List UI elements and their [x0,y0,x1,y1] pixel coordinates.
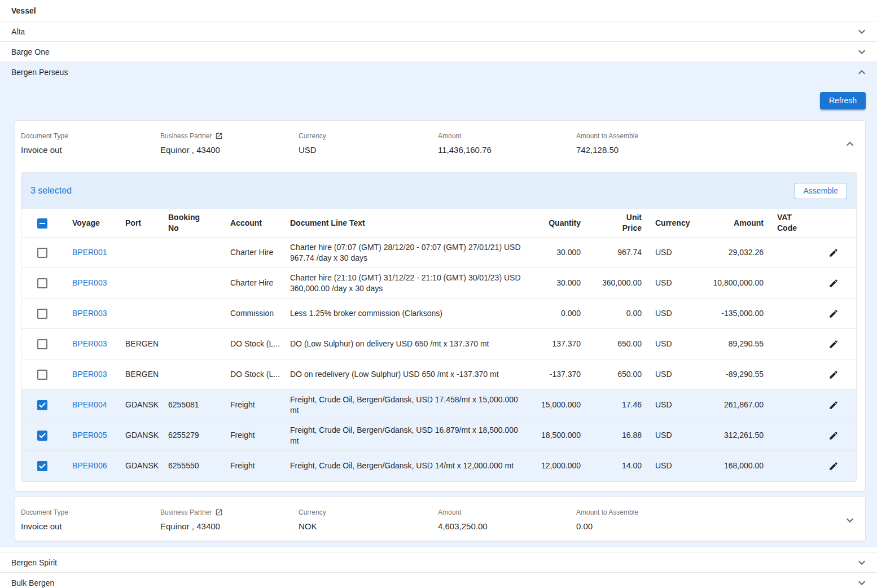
column-header-amount: Amount [697,209,770,238]
table-row[interactable]: BPER004 GDANSK 6255081 Freight Freight, … [21,390,856,420]
column-header-quantity: Quantity [534,209,587,238]
table-row[interactable]: BPER003 BERGEN DO Stock (L... DO on rede… [21,359,856,390]
table-header-row: Voyage Port Booking No Account Document … [21,209,856,238]
field-value: USD [299,145,438,155]
table-row[interactable]: BPER006 GDANSK 6255550 Freight Freight, … [21,451,856,481]
field-amount-to-assemble: Amount to Assemble 0.00 [576,508,841,532]
cell-vat-code [770,238,811,268]
cell-account: Commission [223,299,283,329]
document-card-nok: Document Type Invoice out Business Partn… [15,497,866,541]
voyage-link[interactable]: BPER003 [72,370,107,379]
voyage-link[interactable]: BPER001 [72,248,107,257]
accordion-bergen-perseus: Bergen Perseus Refresh Document Type Inv… [0,62,877,547]
voyage-link[interactable]: BPER005 [72,431,107,440]
page-title-label: Vessel [11,6,36,15]
cell-amount: 89,290.55 [697,329,770,359]
document-card-usd: Document Type Invoice out Business Partn… [15,120,866,492]
open-in-new-icon[interactable] [215,508,223,516]
edit-line-button[interactable] [828,309,839,319]
accordion-bergen-spirit-header[interactable]: Bergen Spirit [0,552,877,572]
cell-unit-price: 360,000.00 [587,268,648,299]
edit-line-button[interactable] [828,400,839,410]
cell-vat-code [770,268,811,299]
accordion-bergen-perseus-header[interactable]: Bergen Perseus [0,62,877,82]
assemble-button[interactable]: Assemble [795,183,847,199]
edit-line-button[interactable] [828,248,839,258]
table-row[interactable]: BPER005 GDANSK 6255279 Freight Freight, … [21,420,856,451]
cell-amount: -89,290.55 [697,359,770,390]
cell-amount: -135,000.00 [697,299,770,329]
table-row[interactable]: BPER001 Charter Hire Charter hire (07:07… [21,238,856,268]
cell-quantity: 30.000 [534,268,587,299]
table-row[interactable]: BPER003 BERGEN DO Stock (L... DO (Low Su… [21,329,856,359]
edit-line-button[interactable] [828,461,839,471]
selection-toolbar: 3 selected Assemble [21,173,856,209]
cell-unit-price: 0.00 [587,299,648,329]
row-checkbox[interactable] [37,461,47,471]
cell-booking-no [161,359,223,390]
edit-line-button[interactable] [828,278,839,288]
row-checkbox[interactable] [37,400,47,410]
bergen-perseus-content: Refresh Document Type Invoice out Busine… [0,82,877,547]
field-value: Invoice out [21,145,160,155]
row-checkbox[interactable] [37,339,47,349]
selected-count: 3 selected [30,186,72,196]
row-checkbox[interactable] [37,309,47,319]
row-checkbox[interactable] [37,431,47,441]
cell-account: Freight [223,390,283,420]
voyage-link[interactable]: BPER006 [72,461,107,470]
table-row[interactable]: BPER003 Charter Hire Charter hire (21:10… [21,268,856,299]
cell-account: Freight [223,420,283,451]
edit-line-button[interactable] [828,339,839,349]
document-lines-table: Voyage Port Booking No Account Document … [21,209,856,481]
field-document-type: Document Type Invoice out [21,132,160,155]
chevron-up-icon [854,65,869,80]
accordion-bulk-bergen-header[interactable]: Bulk Bergen [0,573,877,588]
field-label: Amount to Assemble [576,508,841,516]
accordion-barge-one-header[interactable]: Barge One [0,42,877,62]
voyage-link[interactable]: BPER003 [72,278,107,287]
field-label: Business Partner [160,132,212,140]
cell-unit-price: 650.00 [587,329,648,359]
cell-document-line-text: Freight, Crude Oil, Bergen/Gdansk, USD 1… [283,390,534,420]
cell-quantity: 30.000 [534,238,587,268]
page-title: Vessel [0,0,877,21]
voyage-link[interactable]: BPER003 [72,309,107,318]
expand-card-button[interactable] [843,514,857,527]
accordion-alta-header[interactable]: Alta [0,21,877,41]
voyage-link[interactable]: BPER003 [72,339,107,348]
collapse-card-button[interactable] [843,137,857,151]
cell-document-line-text: Freight, Crude Oil, Bergen/Gdansk, USD 1… [283,451,534,481]
row-checkbox[interactable] [37,248,47,258]
refresh-button[interactable]: Refresh [820,92,866,109]
lines-table-body: BPER001 Charter Hire Charter hire (07:07… [21,238,856,481]
cell-port: GDANSK [119,420,161,451]
row-checkbox[interactable] [37,370,47,380]
cell-account: DO Stock (L... [223,329,283,359]
edit-line-button[interactable] [828,431,839,441]
select-all-checkbox[interactable] [37,218,47,229]
field-value: 11,436,160.76 [438,145,576,155]
cell-currency: USD [648,238,697,268]
cell-amount: 10,800,000.00 [697,268,770,299]
voyage-link[interactable]: BPER004 [72,400,107,409]
column-header-booking-no: Booking No [161,209,223,238]
cell-booking-no [161,268,223,299]
open-in-new-icon[interactable] [215,132,223,140]
cell-unit-price: 17.46 [587,390,648,420]
field-label: Amount [438,132,576,140]
cell-currency: USD [648,299,697,329]
row-checkbox[interactable] [37,278,47,288]
chevron-down-icon [854,555,869,570]
column-header-vat-code: VAT Code [770,209,811,238]
cell-quantity: 15,000.000 [534,390,587,420]
field-currency: Currency NOK [299,508,438,532]
chevron-down-icon [854,45,869,59]
field-label: Amount to Assemble [576,132,841,140]
table-row[interactable]: BPER003 Commission Less 1.25% broker com… [21,299,856,329]
cell-currency: USD [648,329,697,359]
field-value: 742,128.50 [576,145,841,155]
edit-line-button[interactable] [828,370,839,380]
cell-document-line-text: Charter hire (21:10 (GMT) 31/12/22 - 21:… [283,268,534,299]
cell-voyage: BPER003 [65,329,119,359]
